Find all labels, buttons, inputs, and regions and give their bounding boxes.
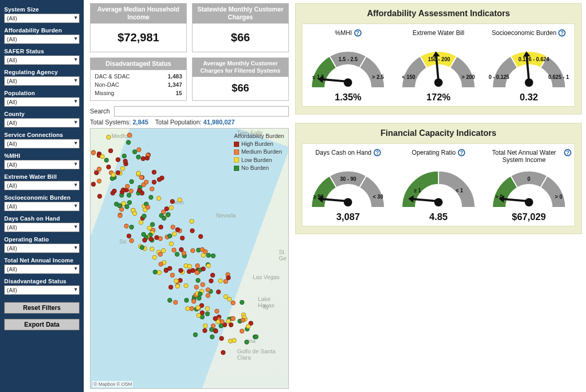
map-point[interactable]	[152, 255, 157, 260]
map-point[interactable]	[137, 147, 141, 152]
map-point[interactable]	[246, 324, 251, 329]
map-point[interactable]	[240, 329, 244, 333]
map-point[interactable]	[221, 350, 226, 355]
map-point[interactable]	[201, 267, 206, 271]
map-point[interactable]	[166, 212, 171, 217]
map-point[interactable]	[106, 135, 111, 140]
map-point[interactable]	[200, 247, 205, 252]
filter-select-total-net-annual-income[interactable]: (All)	[4, 264, 80, 274]
map-point[interactable]	[139, 220, 143, 225]
map-point[interactable]	[231, 301, 235, 305]
map-point[interactable]	[129, 179, 134, 184]
map-point[interactable]	[198, 292, 202, 296]
map-point[interactable]	[159, 262, 163, 267]
map-point[interactable]	[139, 175, 144, 180]
filter-select-population[interactable]: (All)	[4, 97, 80, 107]
map-point[interactable]	[123, 159, 128, 164]
map-point[interactable]	[223, 294, 228, 299]
map-point[interactable]	[91, 182, 96, 187]
map[interactable]: Affordability Burden High BurdenMedium B…	[90, 128, 289, 389]
map-point[interactable]	[201, 253, 206, 258]
map-point[interactable]	[219, 336, 224, 341]
map-point[interactable]	[196, 313, 201, 318]
map-point[interactable]	[205, 306, 210, 311]
filter-select-extreme-water-bill[interactable]: (All)	[4, 181, 80, 190]
filter-select-socioeconomic-burden[interactable]: (All)	[4, 202, 80, 211]
map-point[interactable]	[100, 154, 105, 159]
map-point[interactable]	[226, 319, 231, 324]
map-point[interactable]	[213, 329, 218, 333]
search-input[interactable]	[114, 106, 289, 117]
map-point[interactable]	[144, 180, 149, 185]
map-point[interactable]	[177, 198, 182, 202]
map-point[interactable]	[240, 300, 244, 305]
filter-select-service-connections[interactable]: (All)	[4, 139, 80, 148]
map-point[interactable]	[97, 179, 102, 183]
filter-select-operating-ratio[interactable]: (All)	[4, 244, 80, 253]
map-point[interactable]	[171, 225, 175, 229]
map-point[interactable]	[111, 172, 116, 177]
map-point[interactable]	[126, 140, 131, 145]
map-point[interactable]	[120, 166, 125, 171]
map-point[interactable]	[232, 338, 236, 343]
filter-select--mhi[interactable]: (All)	[4, 160, 80, 169]
map-point[interactable]	[153, 270, 157, 274]
map-point[interactable]	[127, 193, 131, 198]
map-point[interactable]	[169, 241, 174, 246]
filter-select-regulating-agency[interactable]: (All)	[4, 76, 80, 86]
map-point[interactable]	[185, 306, 190, 311]
filter-select-days-cash-on-hand[interactable]: (All)	[4, 223, 80, 232]
map-point[interactable]	[193, 332, 198, 337]
map-point[interactable]	[91, 151, 96, 155]
map-point[interactable]	[112, 189, 117, 193]
export-data-button[interactable]: Export Data	[4, 319, 80, 330]
filter-select-disadvantaged-status[interactable]: (All)	[4, 285, 80, 295]
map-point[interactable]	[209, 279, 213, 283]
map-point[interactable]	[154, 235, 159, 240]
map-point[interactable]	[157, 177, 162, 182]
map-point[interactable]	[241, 318, 245, 322]
filter-select-safer-status[interactable]: (All)	[4, 55, 80, 65]
map-point[interactable]	[97, 194, 102, 199]
filter-select-system-size[interactable]: (All)	[4, 14, 80, 23]
map-point[interactable]	[104, 158, 109, 163]
map-point[interactable]	[170, 273, 175, 278]
map-point[interactable]	[106, 165, 111, 169]
map-point[interactable]	[108, 148, 113, 153]
map-point[interactable]	[189, 219, 194, 224]
info-icon[interactable]: ?	[564, 149, 571, 156]
map-point[interactable]	[226, 275, 231, 280]
map-point[interactable]	[213, 316, 218, 321]
map-point[interactable]	[125, 204, 129, 209]
info-icon[interactable]: ?	[458, 149, 465, 156]
map-point[interactable]	[205, 312, 210, 316]
map-point[interactable]	[145, 205, 150, 210]
map-point[interactable]	[184, 298, 189, 303]
map-point[interactable]	[206, 253, 211, 258]
filter-select-county[interactable]: (All)	[4, 118, 80, 128]
map-point[interactable]	[206, 293, 210, 298]
map-point[interactable]	[168, 285, 173, 290]
filter-select-affordability-burden[interactable]: (All)	[4, 34, 80, 44]
map-point[interactable]	[174, 279, 178, 283]
map-point[interactable]	[178, 268, 183, 273]
map-point[interactable]	[152, 180, 156, 185]
map-point[interactable]	[197, 296, 201, 301]
map-point[interactable]	[187, 264, 192, 269]
info-icon[interactable]: ?	[354, 29, 362, 37]
map-point[interactable]	[142, 238, 147, 243]
reset-filters-button[interactable]: Reset Filters	[4, 302, 80, 314]
map-point[interactable]	[117, 203, 122, 208]
info-icon[interactable]: ?	[558, 29, 566, 37]
map-point[interactable]	[219, 324, 223, 328]
map-point[interactable]	[231, 316, 235, 321]
map-point[interactable]	[198, 234, 203, 239]
map-point[interactable]	[159, 225, 163, 229]
map-point[interactable]	[97, 167, 102, 171]
map-point[interactable]	[124, 224, 129, 228]
map-point[interactable]	[203, 324, 208, 328]
map-point[interactable]	[142, 214, 146, 218]
info-icon[interactable]: ?	[374, 149, 381, 156]
map-point[interactable]	[244, 340, 249, 344]
map-point[interactable]	[172, 232, 177, 236]
